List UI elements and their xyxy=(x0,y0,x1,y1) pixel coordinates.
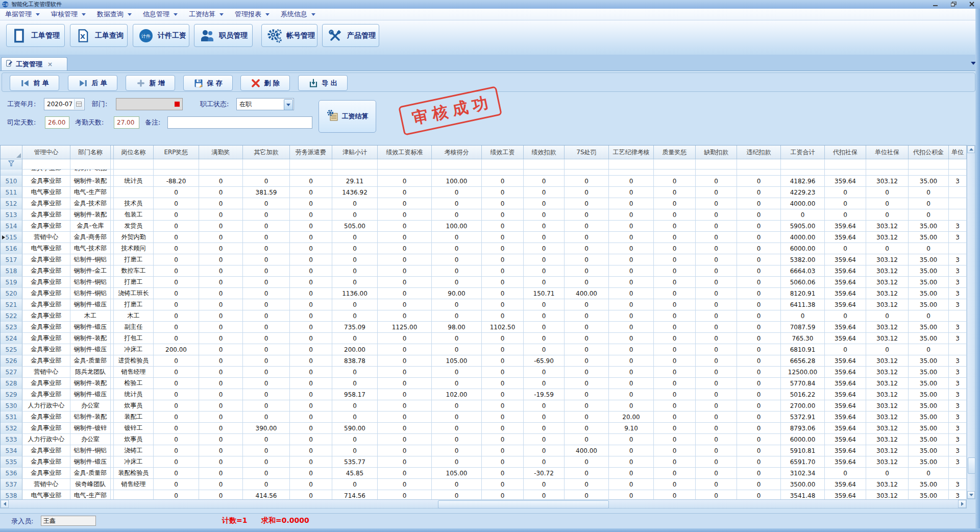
table-cell[interactable]: 0 xyxy=(290,423,332,434)
table-cell[interactable]: 35.00 xyxy=(909,412,949,423)
table-cell[interactable]: 0 xyxy=(565,333,609,344)
table-cell[interactable]: 390.00 xyxy=(243,423,290,434)
table-cell[interactable]: 电气-技术部 xyxy=(70,243,111,254)
table-cell[interactable]: 303.12 xyxy=(866,176,909,187)
table-cell[interactable]: 0 xyxy=(432,367,482,378)
table-cell[interactable]: 303.12 xyxy=(866,277,909,288)
table-cell[interactable]: 金具事业部 xyxy=(22,288,70,299)
table-cell[interactable]: 0 xyxy=(290,277,332,288)
table-cell[interactable]: 木工 xyxy=(70,310,111,322)
table-cell[interactable]: 35.00 xyxy=(909,265,949,277)
table-cell[interactable]: 0 xyxy=(378,187,432,198)
table-cell[interactable]: 0 xyxy=(609,389,654,400)
table-cell[interactable]: 金具-质量部 xyxy=(70,468,111,479)
table-cell[interactable]: 1136.00 xyxy=(332,288,378,299)
table-cell[interactable]: 1125.00 xyxy=(378,322,432,333)
table-cell[interactable]: 359.64 xyxy=(825,299,866,310)
table-cell[interactable]: 0 xyxy=(378,412,432,423)
table-cell[interactable]: 营销中心 xyxy=(22,367,70,378)
table-cell[interactable]: 0 xyxy=(654,468,696,479)
table-cell[interactable]: 3 xyxy=(949,254,967,265)
table-cell[interactable]: 0 xyxy=(696,344,737,355)
table-cell[interactable]: 0 xyxy=(378,479,432,490)
table-cell[interactable] xyxy=(432,170,482,176)
table-cell[interactable]: 381.59 xyxy=(243,187,290,198)
close-icon[interactable] xyxy=(968,1,976,7)
filter-cell[interactable] xyxy=(332,159,378,170)
table-cell[interactable]: 0 xyxy=(290,344,332,355)
table-cell[interactable]: 0 xyxy=(482,243,524,254)
table-cell[interactable]: 0 xyxy=(378,265,432,277)
table-cell[interactable]: 0 xyxy=(332,243,378,254)
row-number-cell[interactable]: 537 xyxy=(1,479,22,490)
table-cell[interactable]: 359.64 xyxy=(825,277,866,288)
table-cell[interactable]: 35.00 xyxy=(909,176,949,187)
table-cell[interactable]: 0 xyxy=(696,299,737,310)
table-cell[interactable]: 0 xyxy=(332,400,378,412)
table-cell[interactable]: 0 xyxy=(565,389,609,400)
filter-cell[interactable] xyxy=(70,159,111,170)
table-cell[interactable]: 0 xyxy=(565,456,609,468)
table-cell[interactable]: 35.00 xyxy=(909,288,949,299)
table-cell[interactable]: 3 xyxy=(949,333,967,344)
table-cell[interactable]: 人力行政中心 xyxy=(22,400,70,412)
table-cell[interactable] xyxy=(949,198,967,209)
table-cell[interactable]: 0 xyxy=(199,434,243,445)
table-cell[interactable]: 0 xyxy=(825,344,866,355)
table-cell[interactable]: 0 xyxy=(432,254,482,265)
table-cell[interactable]: 0 xyxy=(290,265,332,277)
column-header[interactable]: 违纪扣款 xyxy=(737,146,781,159)
column-header[interactable]: 工资合计 xyxy=(781,146,825,159)
table-cell[interactable]: 0 xyxy=(199,423,243,434)
table-cell[interactable]: 0 xyxy=(154,322,199,333)
table-cell[interactable]: 359.64 xyxy=(825,412,866,423)
table-cell[interactable]: 3102.34 xyxy=(781,468,825,479)
table-cell[interactable]: 35.00 xyxy=(909,299,949,310)
filter-cell[interactable] xyxy=(243,159,290,170)
table-cell[interactable]: 电气事业部 xyxy=(22,243,70,254)
column-header[interactable]: 其它加款 xyxy=(243,146,290,159)
table-cell[interactable]: -30.72 xyxy=(524,468,565,479)
table-cell[interactable]: 0 xyxy=(654,299,696,310)
table-cell[interactable] xyxy=(199,170,243,176)
table-cell[interactable]: 0 xyxy=(565,221,609,232)
table-cell[interactable]: 0 xyxy=(609,209,654,221)
table-cell[interactable]: 3 xyxy=(949,277,967,288)
table-cell[interactable]: 359.64 xyxy=(825,423,866,434)
table-cell[interactable]: 303.12 xyxy=(866,355,909,367)
table-cell[interactable]: 金具事业部 xyxy=(22,221,70,232)
table-cell[interactable]: 0 xyxy=(909,310,949,322)
table-cell[interactable]: 0 xyxy=(432,209,482,221)
table-cell[interactable]: 0 xyxy=(482,198,524,209)
table-cell[interactable]: 303.12 xyxy=(866,367,909,378)
table-cell[interactable]: 0 xyxy=(332,310,378,322)
table-cell[interactable]: 0 xyxy=(199,221,243,232)
table-cell[interactable]: 0 xyxy=(243,310,290,322)
table-cell[interactable]: 0 xyxy=(432,198,482,209)
前单-button[interactable]: 前 单 xyxy=(10,75,59,91)
table-cell[interactable]: 电气-生产部 xyxy=(70,187,111,198)
table-cell[interactable]: 0 xyxy=(243,209,290,221)
table-cell[interactable]: 统计员 xyxy=(114,389,154,400)
table-cell[interactable]: 金具事业部 xyxy=(22,277,70,288)
table-cell[interactable] xyxy=(781,170,825,176)
table-cell[interactable]: 0 xyxy=(654,310,696,322)
filter-cell[interactable] xyxy=(432,159,482,170)
column-header[interactable]: 绩效工资标准 xyxy=(378,146,432,159)
table-cell[interactable]: 0 xyxy=(609,468,654,479)
table-cell[interactable]: 0 xyxy=(524,176,565,187)
table-cell[interactable]: 0 xyxy=(482,378,524,389)
table-cell[interactable]: 0 xyxy=(154,333,199,344)
table-cell[interactable]: 0 xyxy=(565,232,609,243)
table-cell[interactable]: 0 xyxy=(199,277,243,288)
row-number-cell[interactable] xyxy=(1,170,22,176)
table-cell[interactable]: 303.12 xyxy=(866,434,909,445)
table-cell[interactable]: 3 xyxy=(949,355,967,367)
table-cell[interactable]: 0 xyxy=(482,176,524,187)
table-cell[interactable]: 金具-仓库 xyxy=(70,221,111,232)
department-picker-icon[interactable] xyxy=(175,102,180,107)
帐号管理-button[interactable]: 帐号管理 xyxy=(261,24,317,47)
table-cell[interactable]: 0 xyxy=(866,344,909,355)
table-cell[interactable]: 0 xyxy=(243,299,290,310)
filter-cell[interactable] xyxy=(114,159,154,170)
